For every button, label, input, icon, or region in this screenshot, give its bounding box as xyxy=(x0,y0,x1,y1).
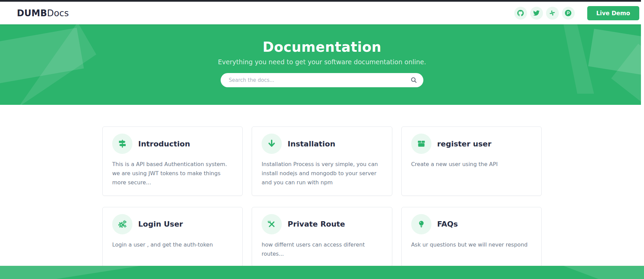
github-link[interactable] xyxy=(514,7,527,20)
social-links xyxy=(511,7,575,20)
search-icon xyxy=(411,77,417,84)
scrollbar[interactable] xyxy=(641,0,644,266)
header: DUMBDocs Live Demo xyxy=(0,2,644,24)
logo[interactable]: DUMBDocs xyxy=(17,8,69,18)
live-demo-button[interactable]: Live Demo xyxy=(587,6,639,20)
page-title: Documentation xyxy=(0,39,644,55)
product-hunt-icon xyxy=(565,10,571,16)
card-title: FAQs xyxy=(437,220,458,228)
tools-icon xyxy=(267,219,276,229)
card-title: Installation xyxy=(288,140,335,148)
footer xyxy=(0,266,644,279)
slack-icon xyxy=(549,10,555,16)
logo-bold-part: DUMB xyxy=(17,8,47,18)
footer-decor-shape xyxy=(0,266,176,279)
search-button[interactable] xyxy=(411,77,417,84)
header-actions: Live Demo xyxy=(511,6,640,20)
doc-card[interactable]: Installation Installation Process is ver… xyxy=(252,126,392,196)
card-description: Ask ur questions but we will never respo… xyxy=(411,240,532,250)
logo-light-part: Docs xyxy=(47,8,69,18)
slack-link[interactable] xyxy=(546,7,559,20)
card-description: Create a new user using the API xyxy=(411,160,532,169)
cogs-icon xyxy=(118,219,127,229)
twitter-icon xyxy=(533,10,540,16)
product-hunt-link[interactable] xyxy=(562,7,575,20)
box-icon xyxy=(417,139,426,148)
card-title: Introduction xyxy=(138,140,190,148)
search-bar xyxy=(221,73,423,87)
hero-section: Documentation Everything you need to get… xyxy=(0,24,644,105)
doc-card[interactable]: register user Create a new user using th… xyxy=(401,126,542,196)
card-description: how differnt users can access diferent r… xyxy=(262,240,382,259)
cards-grid: Introduction This is a API based Authent… xyxy=(102,126,542,267)
page-subtitle: Everything you need to get your software… xyxy=(0,58,644,66)
doc-card[interactable]: Introduction This is a API based Authent… xyxy=(102,126,243,196)
doc-card[interactable]: FAQs Ask ur questions but we will never … xyxy=(401,207,542,267)
github-icon xyxy=(517,10,524,16)
search-input[interactable] xyxy=(229,77,411,83)
twitter-link[interactable] xyxy=(530,7,543,20)
card-description: Login a user , and get the auth-token xyxy=(112,240,233,250)
doc-card[interactable]: Login User Login a user , and get the au… xyxy=(102,207,243,267)
doc-card[interactable]: Private Route how differnt users can acc… xyxy=(252,207,392,267)
card-description: This is a API based Authentication syste… xyxy=(112,160,233,187)
card-title: Login User xyxy=(138,220,183,228)
card-description: Installation Process is very simple, you… xyxy=(262,160,382,187)
arrow-down-icon xyxy=(267,139,276,148)
lightbulb-icon xyxy=(417,219,426,229)
footer-decor-shape xyxy=(541,266,644,279)
card-title: Private Route xyxy=(288,220,345,228)
docs-section: Introduction This is a API based Authent… xyxy=(0,126,644,267)
card-title: register user xyxy=(437,140,492,148)
map-signs-icon xyxy=(118,139,127,148)
